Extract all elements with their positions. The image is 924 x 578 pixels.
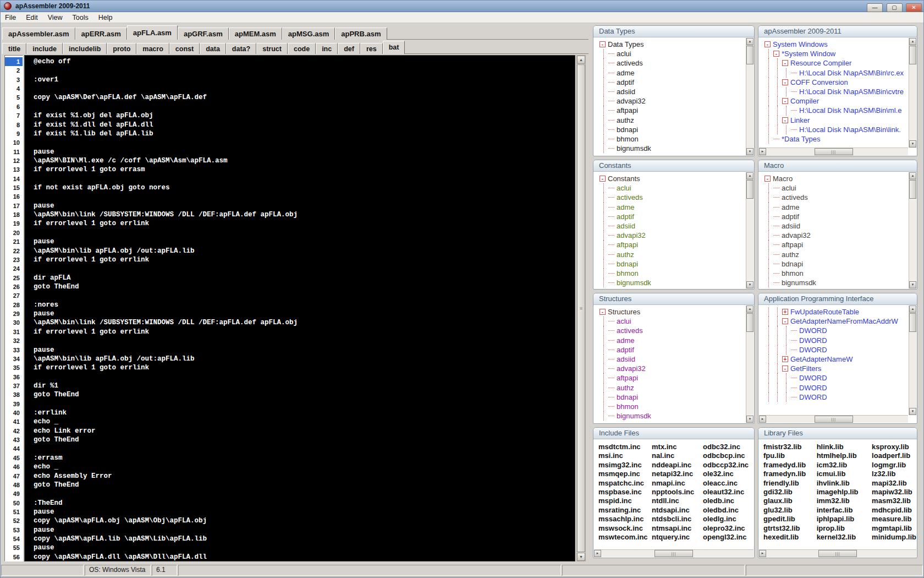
tree-item[interactable]: aclui: [600, 183, 754, 193]
code-line[interactable]: [34, 264, 575, 273]
code-line[interactable]: \apASM\bin\lib apFLA.obj /out:apFLA.lib: [34, 355, 575, 363]
assembler-vscrollbar[interactable]: ▲ ▼: [909, 38, 916, 148]
code-line[interactable]: :errlink: [34, 408, 575, 417]
file-item[interactable]: mapi32.lib: [872, 479, 916, 488]
scroll-down-icon[interactable]: ▼: [909, 408, 916, 415]
code-line[interactable]: echo Assembly Error: [34, 472, 575, 481]
include-hscrollbar[interactable]: ◄ ||| ►: [594, 549, 754, 557]
line-number[interactable]: 10: [5, 138, 23, 147]
code-line[interactable]: [34, 373, 575, 381]
code-line[interactable]: if exist %1.lib del apFLA.lib: [34, 129, 575, 138]
tree-item[interactable]: -*System Window: [765, 49, 916, 58]
tree-item[interactable]: *Data Types: [765, 134, 916, 144]
tree-item[interactable]: aftpapi: [600, 373, 754, 383]
tree-item[interactable]: -Compiler: [765, 96, 916, 106]
scrollbar-thumb[interactable]: [909, 180, 916, 199]
line-number[interactable]: 8: [5, 121, 23, 129]
tree-item[interactable]: authz: [600, 250, 754, 259]
file-item[interactable]: mswtecom.inc: [598, 533, 652, 542]
line-number[interactable]: 42: [5, 427, 23, 435]
tree-item[interactable]: -Resource Compiler: [765, 58, 916, 68]
file-item[interactable]: gtrtst32.lib: [763, 524, 817, 533]
file-item[interactable]: imm32.lib: [817, 497, 872, 505]
file-item[interactable]: friendly.lib: [763, 479, 817, 488]
code-line[interactable]: \apASM\bin\lib apFLA.obj /out:apFLA.lib: [34, 247, 575, 255]
scroll-up-icon[interactable]: ▲: [909, 306, 916, 313]
tree-item[interactable]: adsiid: [600, 355, 754, 364]
file-item[interactable]: msdtctm.inc: [598, 443, 652, 451]
file-item[interactable]: msimg32.inc: [598, 461, 652, 470]
code-line[interactable]: if errorlevel 1 goto errlink: [34, 219, 575, 228]
tree-item[interactable]: advapi32: [600, 96, 754, 106]
scrollbar-thumb[interactable]: |||: [654, 550, 693, 557]
line-number[interactable]: 35: [5, 363, 23, 372]
line-number[interactable]: 18: [5, 210, 23, 219]
scroll-down-icon[interactable]: ▼: [909, 281, 916, 288]
tree-item[interactable]: adptif: [600, 212, 754, 221]
tree-item[interactable]: DWORD: [765, 345, 916, 355]
file-item[interactable]: icm32.lib: [817, 461, 872, 470]
file-item[interactable]: hexedit.lib: [763, 533, 817, 542]
tab-apmsg-asm[interactable]: apMSG.asm: [282, 28, 335, 40]
line-number[interactable]: 11: [5, 148, 23, 156]
line-number[interactable]: 53: [5, 526, 23, 535]
tree-item[interactable]: adsiid: [600, 87, 754, 96]
tree-item[interactable]: DWORD: [765, 326, 916, 335]
tab-proto[interactable]: proto: [107, 43, 136, 54]
file-item[interactable]: oledb.inc: [703, 497, 749, 505]
tree-item[interactable]: H:\Local Disk N\apASM\Bin\rc.ex: [765, 68, 916, 78]
code-line[interactable]: [34, 192, 575, 201]
line-number[interactable]: 6: [5, 102, 23, 111]
code-line[interactable]: [34, 336, 575, 345]
code-line[interactable]: if exist %1.obj del apFLA.obj: [34, 111, 575, 120]
line-number[interactable]: 26: [5, 282, 23, 291]
line-number[interactable]: 5: [5, 93, 23, 102]
line-number[interactable]: 47: [5, 472, 23, 481]
code-line[interactable]: [34, 400, 575, 408]
file-item[interactable]: odbcbcp.inc: [703, 451, 749, 460]
scrollbar-thumb[interactable]: ≡: [577, 64, 585, 552]
scroll-up-icon[interactable]: ▲: [746, 38, 754, 45]
tree-item[interactable]: DWORD: [765, 373, 916, 383]
structures-vscrollbar[interactable]: ▲ ▼: [746, 306, 754, 423]
file-item[interactable]: htmlhelp.lib: [817, 451, 872, 460]
line-number[interactable]: 4: [5, 84, 23, 93]
code-line[interactable]: copy \apASM\apFLA.obj \apASM\Obj\apFLA.o…: [34, 516, 575, 525]
tree-item[interactable]: +FwUpdateRouteTable: [765, 307, 916, 317]
file-item[interactable]: oledbd.inc: [703, 506, 749, 515]
tree-item[interactable]: advapi32: [765, 231, 916, 240]
file-item[interactable]: loadperf.lib: [872, 451, 916, 460]
file-item[interactable]: ntmsapi.inc: [652, 524, 703, 533]
tab-data-[interactable]: data?: [226, 43, 256, 54]
tree-item[interactable]: bignumsdk: [600, 144, 754, 153]
tree-item[interactable]: activeds: [765, 193, 916, 202]
collapse-icon[interactable]: -: [765, 176, 771, 182]
line-number[interactable]: 31: [5, 328, 23, 336]
tree-item[interactable]: DWORD: [765, 392, 916, 402]
code-line[interactable]: :TheEnd: [34, 499, 575, 508]
line-number[interactable]: 27: [5, 291, 23, 300]
collapse-icon[interactable]: -: [600, 176, 606, 182]
tab-def[interactable]: def: [338, 43, 360, 54]
scroll-right-icon[interactable]: ►: [594, 550, 601, 557]
tab-aperr-asm[interactable]: apERR.asm: [75, 28, 127, 40]
expand-icon[interactable]: +: [782, 309, 788, 315]
menu-view[interactable]: View: [43, 13, 68, 23]
line-number[interactable]: 17: [5, 201, 23, 210]
menu-edit[interactable]: Edit: [21, 13, 43, 23]
line-number[interactable]: 50: [5, 499, 23, 508]
line-number[interactable]: 3: [5, 75, 23, 84]
code-line[interactable]: \apASM\BIN\Ml.exe /c /coff \apASM\Asm\ap…: [34, 156, 575, 165]
file-item[interactable]: ntdsbcli.inc: [652, 515, 703, 524]
tree-item[interactable]: adsiid: [600, 221, 754, 231]
line-number[interactable]: 46: [5, 462, 23, 471]
tab-inc[interactable]: inc: [316, 43, 338, 54]
line-number[interactable]: 28: [5, 301, 23, 309]
tab-apgrf-asm[interactable]: apGRF.asm: [178, 28, 229, 40]
code-line[interactable]: pause: [34, 346, 575, 355]
code-line[interactable]: [34, 138, 575, 147]
file-item[interactable]: glu32.lib: [763, 506, 817, 515]
tree-item[interactable]: adme: [600, 203, 754, 212]
file-item[interactable]: glaux.lib: [763, 497, 817, 505]
file-item[interactable]: oledlg.inc: [703, 515, 749, 524]
